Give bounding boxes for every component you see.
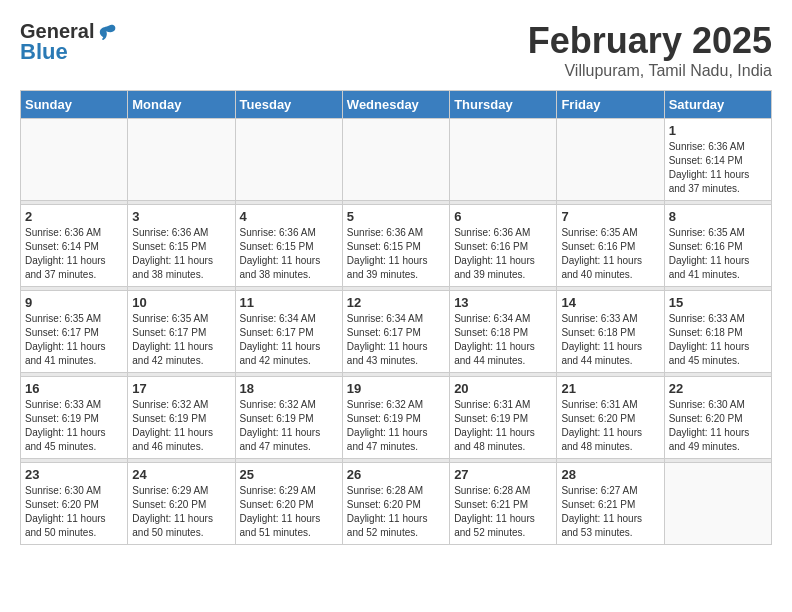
calendar-cell: 9Sunrise: 6:35 AM Sunset: 6:17 PM Daylig…: [21, 291, 128, 373]
weekday-header: Thursday: [450, 91, 557, 119]
day-number: 7: [561, 209, 659, 224]
day-info: Sunrise: 6:35 AM Sunset: 6:16 PM Dayligh…: [561, 226, 659, 282]
day-number: 22: [669, 381, 767, 396]
day-number: 19: [347, 381, 445, 396]
day-info: Sunrise: 6:35 AM Sunset: 6:17 PM Dayligh…: [25, 312, 123, 368]
day-info: Sunrise: 6:34 AM Sunset: 6:17 PM Dayligh…: [240, 312, 338, 368]
calendar-cell: 1Sunrise: 6:36 AM Sunset: 6:14 PM Daylig…: [664, 119, 771, 201]
day-number: 27: [454, 467, 552, 482]
calendar-cell: 18Sunrise: 6:32 AM Sunset: 6:19 PM Dayli…: [235, 377, 342, 459]
day-number: 4: [240, 209, 338, 224]
calendar-cell: 20Sunrise: 6:31 AM Sunset: 6:19 PM Dayli…: [450, 377, 557, 459]
day-info: Sunrise: 6:36 AM Sunset: 6:15 PM Dayligh…: [132, 226, 230, 282]
calendar-cell: 14Sunrise: 6:33 AM Sunset: 6:18 PM Dayli…: [557, 291, 664, 373]
day-info: Sunrise: 6:32 AM Sunset: 6:19 PM Dayligh…: [132, 398, 230, 454]
day-number: 20: [454, 381, 552, 396]
day-info: Sunrise: 6:28 AM Sunset: 6:20 PM Dayligh…: [347, 484, 445, 540]
day-number: 8: [669, 209, 767, 224]
calendar-cell: 10Sunrise: 6:35 AM Sunset: 6:17 PM Dayli…: [128, 291, 235, 373]
logo-blue: Blue: [20, 39, 118, 65]
day-number: 3: [132, 209, 230, 224]
weekday-header: Wednesday: [342, 91, 449, 119]
calendar-header-row: SundayMondayTuesdayWednesdayThursdayFrid…: [21, 91, 772, 119]
calendar-cell: 22Sunrise: 6:30 AM Sunset: 6:20 PM Dayli…: [664, 377, 771, 459]
day-number: 10: [132, 295, 230, 310]
day-number: 18: [240, 381, 338, 396]
day-number: 1: [669, 123, 767, 138]
day-info: Sunrise: 6:34 AM Sunset: 6:18 PM Dayligh…: [454, 312, 552, 368]
calendar-cell: 7Sunrise: 6:35 AM Sunset: 6:16 PM Daylig…: [557, 205, 664, 287]
weekday-header: Friday: [557, 91, 664, 119]
day-info: Sunrise: 6:33 AM Sunset: 6:19 PM Dayligh…: [25, 398, 123, 454]
day-number: 28: [561, 467, 659, 482]
day-number: 15: [669, 295, 767, 310]
day-info: Sunrise: 6:33 AM Sunset: 6:18 PM Dayligh…: [561, 312, 659, 368]
calendar-cell: 21Sunrise: 6:31 AM Sunset: 6:20 PM Dayli…: [557, 377, 664, 459]
day-number: 2: [25, 209, 123, 224]
day-info: Sunrise: 6:28 AM Sunset: 6:21 PM Dayligh…: [454, 484, 552, 540]
day-info: Sunrise: 6:32 AM Sunset: 6:19 PM Dayligh…: [347, 398, 445, 454]
calendar-cell: 27Sunrise: 6:28 AM Sunset: 6:21 PM Dayli…: [450, 463, 557, 545]
day-info: Sunrise: 6:36 AM Sunset: 6:16 PM Dayligh…: [454, 226, 552, 282]
day-info: Sunrise: 6:31 AM Sunset: 6:19 PM Dayligh…: [454, 398, 552, 454]
day-info: Sunrise: 6:35 AM Sunset: 6:16 PM Dayligh…: [669, 226, 767, 282]
day-info: Sunrise: 6:36 AM Sunset: 6:15 PM Dayligh…: [347, 226, 445, 282]
calendar-cell: [21, 119, 128, 201]
calendar-cell: 28Sunrise: 6:27 AM Sunset: 6:21 PM Dayli…: [557, 463, 664, 545]
day-number: 21: [561, 381, 659, 396]
day-info: Sunrise: 6:29 AM Sunset: 6:20 PM Dayligh…: [240, 484, 338, 540]
location: Villupuram, Tamil Nadu, India: [528, 62, 772, 80]
calendar-cell: 3Sunrise: 6:36 AM Sunset: 6:15 PM Daylig…: [128, 205, 235, 287]
calendar: SundayMondayTuesdayWednesdayThursdayFrid…: [20, 90, 772, 545]
header: General Blue February 2025 Villupuram, T…: [20, 20, 772, 80]
logo: General Blue: [20, 20, 118, 65]
day-number: 23: [25, 467, 123, 482]
day-info: Sunrise: 6:30 AM Sunset: 6:20 PM Dayligh…: [669, 398, 767, 454]
calendar-cell: 8Sunrise: 6:35 AM Sunset: 6:16 PM Daylig…: [664, 205, 771, 287]
weekday-header: Tuesday: [235, 91, 342, 119]
calendar-cell: [557, 119, 664, 201]
day-info: Sunrise: 6:36 AM Sunset: 6:15 PM Dayligh…: [240, 226, 338, 282]
calendar-cell: 25Sunrise: 6:29 AM Sunset: 6:20 PM Dayli…: [235, 463, 342, 545]
calendar-cell: 17Sunrise: 6:32 AM Sunset: 6:19 PM Dayli…: [128, 377, 235, 459]
calendar-cell: [450, 119, 557, 201]
calendar-cell: [664, 463, 771, 545]
weekday-header: Sunday: [21, 91, 128, 119]
calendar-cell: 15Sunrise: 6:33 AM Sunset: 6:18 PM Dayli…: [664, 291, 771, 373]
day-number: 16: [25, 381, 123, 396]
weekday-header: Monday: [128, 91, 235, 119]
calendar-cell: 16Sunrise: 6:33 AM Sunset: 6:19 PM Dayli…: [21, 377, 128, 459]
day-info: Sunrise: 6:29 AM Sunset: 6:20 PM Dayligh…: [132, 484, 230, 540]
calendar-cell: 11Sunrise: 6:34 AM Sunset: 6:17 PM Dayli…: [235, 291, 342, 373]
calendar-cell: 23Sunrise: 6:30 AM Sunset: 6:20 PM Dayli…: [21, 463, 128, 545]
day-number: 14: [561, 295, 659, 310]
month-year: February 2025: [528, 20, 772, 62]
calendar-cell: 5Sunrise: 6:36 AM Sunset: 6:15 PM Daylig…: [342, 205, 449, 287]
calendar-week-row: 16Sunrise: 6:33 AM Sunset: 6:19 PM Dayli…: [21, 377, 772, 459]
calendar-week-row: 23Sunrise: 6:30 AM Sunset: 6:20 PM Dayli…: [21, 463, 772, 545]
day-number: 13: [454, 295, 552, 310]
calendar-cell: 2Sunrise: 6:36 AM Sunset: 6:14 PM Daylig…: [21, 205, 128, 287]
day-info: Sunrise: 6:36 AM Sunset: 6:14 PM Dayligh…: [669, 140, 767, 196]
calendar-cell: 24Sunrise: 6:29 AM Sunset: 6:20 PM Dayli…: [128, 463, 235, 545]
weekday-header: Saturday: [664, 91, 771, 119]
day-info: Sunrise: 6:36 AM Sunset: 6:14 PM Dayligh…: [25, 226, 123, 282]
day-number: 26: [347, 467, 445, 482]
calendar-cell: [342, 119, 449, 201]
day-info: Sunrise: 6:33 AM Sunset: 6:18 PM Dayligh…: [669, 312, 767, 368]
day-number: 25: [240, 467, 338, 482]
calendar-cell: 19Sunrise: 6:32 AM Sunset: 6:19 PM Dayli…: [342, 377, 449, 459]
day-info: Sunrise: 6:32 AM Sunset: 6:19 PM Dayligh…: [240, 398, 338, 454]
calendar-cell: 6Sunrise: 6:36 AM Sunset: 6:16 PM Daylig…: [450, 205, 557, 287]
day-number: 9: [25, 295, 123, 310]
day-number: 24: [132, 467, 230, 482]
title-area: February 2025 Villupuram, Tamil Nadu, In…: [528, 20, 772, 80]
day-info: Sunrise: 6:30 AM Sunset: 6:20 PM Dayligh…: [25, 484, 123, 540]
day-number: 12: [347, 295, 445, 310]
day-info: Sunrise: 6:35 AM Sunset: 6:17 PM Dayligh…: [132, 312, 230, 368]
day-number: 6: [454, 209, 552, 224]
calendar-cell: [128, 119, 235, 201]
calendar-cell: 26Sunrise: 6:28 AM Sunset: 6:20 PM Dayli…: [342, 463, 449, 545]
day-info: Sunrise: 6:31 AM Sunset: 6:20 PM Dayligh…: [561, 398, 659, 454]
day-number: 11: [240, 295, 338, 310]
